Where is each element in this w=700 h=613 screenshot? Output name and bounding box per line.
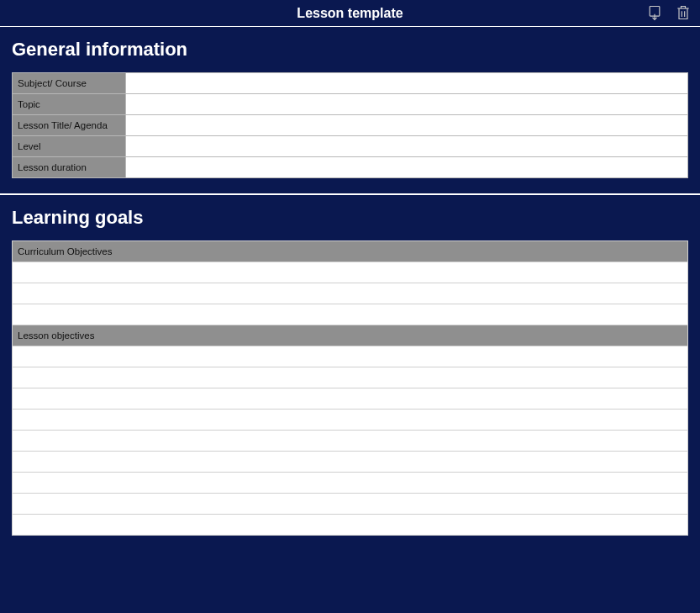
bookmark-icon[interactable] xyxy=(646,3,663,22)
row-label: Topic xyxy=(13,94,126,115)
lesson-objectives-header: Lesson objectives xyxy=(13,325,688,346)
table-row xyxy=(13,410,688,431)
lesson-objective-cell[interactable] xyxy=(13,473,688,494)
row-value[interactable] xyxy=(126,94,688,115)
general-information-title: General information xyxy=(12,39,688,61)
general-information-section: General information Subject/ Course Topi… xyxy=(0,27,700,193)
table-row: Lesson duration xyxy=(13,157,688,178)
curriculum-objective-cell[interactable] xyxy=(13,304,688,325)
table-row xyxy=(13,283,688,304)
trash-icon[interactable] xyxy=(675,3,692,22)
table-row xyxy=(13,304,688,325)
table-row xyxy=(13,473,688,494)
table-row: Lesson Title/ Agenda xyxy=(13,115,688,136)
table-row: Topic xyxy=(13,94,688,115)
row-value[interactable] xyxy=(126,115,688,136)
table-row: Lesson objectives xyxy=(13,325,688,346)
lesson-objective-cell[interactable] xyxy=(13,431,688,452)
table-row xyxy=(13,262,688,283)
header-actions xyxy=(646,3,692,22)
lesson-objective-cell[interactable] xyxy=(13,494,688,515)
general-information-table: Subject/ Course Topic Lesson Title/ Agen… xyxy=(12,72,688,178)
curriculum-objective-cell[interactable] xyxy=(13,283,688,304)
lesson-objective-cell[interactable] xyxy=(13,515,688,536)
table-row: Subject/ Course xyxy=(13,73,688,94)
table-row xyxy=(13,367,688,388)
curriculum-objectives-header: Curriculum Objectives xyxy=(13,241,688,262)
row-label: Level xyxy=(13,136,126,157)
learning-goals-section: Learning goals Curriculum Objectives Les… xyxy=(0,195,700,551)
row-label: Lesson duration xyxy=(13,157,126,178)
page-header: Lesson template xyxy=(0,0,700,27)
learning-goals-table: Curriculum Objectives Lesson objectives xyxy=(12,240,688,536)
table-row xyxy=(13,515,688,536)
table-row xyxy=(13,452,688,473)
row-value[interactable] xyxy=(126,157,688,178)
row-label: Lesson Title/ Agenda xyxy=(13,115,126,136)
table-row: Level xyxy=(13,136,688,157)
lesson-objective-cell[interactable] xyxy=(13,367,688,388)
learning-goals-title: Learning goals xyxy=(12,207,688,229)
row-value[interactable] xyxy=(126,136,688,157)
curriculum-objective-cell[interactable] xyxy=(13,262,688,283)
row-label: Subject/ Course xyxy=(13,73,126,94)
table-row xyxy=(13,494,688,515)
table-row xyxy=(13,431,688,452)
page-title: Lesson template xyxy=(10,6,690,21)
table-row xyxy=(13,388,688,410)
lesson-objective-cell[interactable] xyxy=(13,452,688,473)
lesson-objective-cell[interactable] xyxy=(13,410,688,431)
lesson-objective-cell[interactable] xyxy=(13,388,688,410)
table-row xyxy=(13,346,688,367)
table-row: Curriculum Objectives xyxy=(13,241,688,262)
row-value[interactable] xyxy=(126,73,688,94)
lesson-objective-cell[interactable] xyxy=(13,346,688,367)
